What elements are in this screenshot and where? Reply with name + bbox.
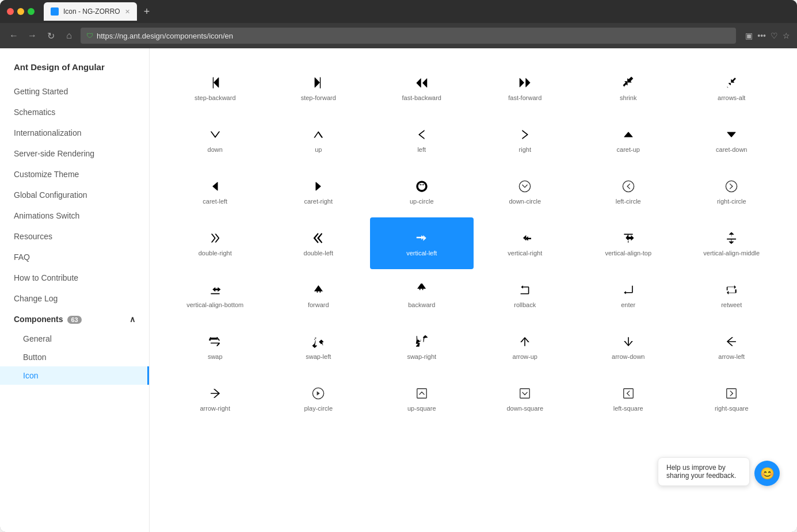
minimize-window-button[interactable] [17, 8, 24, 15]
tab-close-button[interactable]: ✕ [125, 8, 130, 16]
back-button[interactable]: ← [7, 30, 21, 41]
sidebar-sub-icon[interactable]: Icon [0, 366, 149, 385]
icon-cell-swap-left[interactable]: swap-left [267, 321, 371, 373]
icon-label-rollback: rollback [514, 301, 536, 309]
sidebar-item-ssr[interactable]: Server-side Rendering [0, 143, 149, 164]
icon-cell-step-backward[interactable]: step-backward [163, 62, 267, 114]
icon-label-right: right [519, 146, 531, 154]
icon-label-vertical-align-top: vertical-align-top [605, 249, 651, 257]
icon-cell-caret-down[interactable]: caret-down [680, 114, 784, 166]
url-bar[interactable]: 🛡 https://ng.ant.design/components/icon/… [81, 28, 736, 44]
sidebar-item-customize-theme[interactable]: Customize Theme [0, 164, 149, 185]
icon-cell-right[interactable]: right [474, 114, 577, 166]
sidebar-item-getting-started[interactable]: Getting Started [0, 81, 149, 102]
icon-cell-caret-right[interactable]: caret-right [267, 166, 371, 217]
icon-label-down-circle: down-circle [509, 197, 541, 205]
icon-cell-up-circle[interactable]: up-circle [370, 166, 474, 217]
up-circle-icon [415, 180, 428, 193]
fast-forward-icon [518, 76, 531, 89]
icon-cell-up-square[interactable]: up-square [370, 373, 474, 424]
sidebar-item-faq[interactable]: FAQ [0, 247, 149, 267]
icon-label-fast-forward: fast-forward [508, 94, 541, 102]
svg-rect-5 [520, 389, 530, 399]
icon-cell-double-left[interactable]: double-left [267, 217, 371, 269]
icon-label-vertical-right: vertical-right [508, 249, 542, 257]
backward-icon [415, 284, 428, 296]
close-window-button[interactable] [7, 8, 14, 15]
reader-view-icon[interactable]: ▣ [745, 31, 753, 40]
icon-cell-swap-right[interactable]: swap-right [370, 321, 474, 373]
icon-cell-left-circle[interactable]: left-circle [577, 166, 680, 217]
icon-cell-left-square[interactable]: left-square [577, 373, 680, 424]
icon-cell-vertical-left[interactable]: vertical-left [370, 217, 474, 269]
sidebar-item-contribute[interactable]: How to Contribute [0, 267, 149, 288]
icon-cell-arrows-alt[interactable]: arrows-alt [680, 62, 784, 114]
icon-cell-shrink[interactable]: shrink [577, 62, 680, 114]
icon-cell-play-circle[interactable]: play-circle [267, 373, 371, 424]
icon-cell-right-square[interactable]: right-square [680, 373, 784, 424]
icon-label-double-left: double-left [304, 249, 333, 257]
icon-label-vertical-left: vertical-left [406, 249, 437, 257]
icon-label-right-circle: right-circle [717, 197, 746, 205]
title-bar: Icon - NG-ZORRO ✕ + [0, 0, 797, 23]
svg-point-1 [623, 181, 634, 192]
rollback-icon [518, 284, 531, 296]
sidebar-sub-button[interactable]: Button [0, 348, 149, 366]
reload-button[interactable]: ↻ [44, 30, 58, 41]
icon-cell-forward[interactable]: forward [267, 269, 371, 321]
forward-button[interactable]: → [25, 30, 39, 41]
icon-cell-down[interactable]: down [163, 114, 267, 166]
sidebar-section-components[interactable]: Components 63 ∧ [0, 309, 149, 330]
icon-cell-arrow-up[interactable]: arrow-up [474, 321, 577, 373]
sidebar-item-internationalization[interactable]: Internationalization [0, 123, 149, 143]
icon-label-left-square: left-square [613, 404, 643, 412]
icon-cell-backward[interactable]: backward [370, 269, 474, 321]
icon-cell-vertical-align-middle[interactable]: vertical-align-middle [680, 217, 784, 269]
icon-cell-enter[interactable]: enter [577, 269, 680, 321]
icon-cell-right-circle[interactable]: right-circle [680, 166, 784, 217]
more-tools-icon[interactable]: ••• [757, 31, 766, 40]
icon-cell-retweet[interactable]: retweet [680, 269, 784, 321]
icon-label-swap-right: swap-right [407, 353, 436, 361]
double-right-icon [209, 232, 222, 244]
sidebar-item-animations[interactable]: Animations Switch [0, 205, 149, 226]
icon-cell-vertical-right[interactable]: vertical-right [474, 217, 577, 269]
bookmark-icon[interactable]: ♡ [771, 31, 778, 40]
sidebar-item-schematics[interactable]: Schematics [0, 102, 149, 123]
icon-cell-rollback[interactable]: rollback [474, 269, 577, 321]
feedback-button[interactable]: 😊 [754, 461, 780, 486]
icon-cell-down-circle[interactable]: down-circle [474, 166, 577, 217]
icon-cell-arrow-down[interactable]: arrow-down [577, 321, 680, 373]
icon-cell-arrow-left[interactable]: arrow-left [680, 321, 784, 373]
caret-down-icon [725, 128, 738, 141]
icon-cell-fast-backward[interactable]: fast-backward [370, 62, 474, 114]
browser-tab[interactable]: Icon - NG-ZORRO ✕ [44, 2, 137, 21]
icon-cell-up[interactable]: up [267, 114, 371, 166]
icon-cell-down-square[interactable]: down-square [474, 373, 577, 424]
icon-cell-caret-left[interactable]: caret-left [163, 166, 267, 217]
sidebar-item-changelog[interactable]: Change Log [0, 288, 149, 309]
new-tab-button[interactable]: + [144, 6, 150, 18]
fast-backward-icon [415, 76, 428, 89]
icon-cell-arrow-right[interactable]: arrow-right [163, 373, 267, 424]
arrow-up-icon [518, 335, 531, 348]
icon-cell-caret-up[interactable]: caret-up [577, 114, 680, 166]
icon-cell-left[interactable]: left [370, 114, 474, 166]
icon-cell-vertical-align-top[interactable]: vertical-align-top [577, 217, 680, 269]
sidebar-item-global-config[interactable]: Global Configuration [0, 185, 149, 205]
retweet-icon [725, 284, 738, 296]
icon-cell-double-right[interactable]: double-right [163, 217, 267, 269]
icon-label-arrow-down: arrow-down [612, 353, 645, 361]
icon-cell-fast-forward[interactable]: fast-forward [474, 62, 577, 114]
icon-cell-swap[interactable]: swap [163, 321, 267, 373]
sidebar-item-resources[interactable]: Resources [0, 226, 149, 247]
sidebar-sub-general[interactable]: General [0, 330, 149, 348]
icon-label-forward: forward [308, 301, 329, 309]
home-button[interactable]: ⌂ [62, 30, 76, 41]
bookmark-star-icon[interactable]: ☆ [783, 31, 790, 40]
icon-cell-step-forward[interactable]: step-forward [267, 62, 371, 114]
maximize-window-button[interactable] [28, 8, 35, 15]
icon-label-backward: backward [408, 301, 435, 309]
caret-up-icon [622, 128, 635, 141]
icon-cell-vertical-align-bottom[interactable]: vertical-align-bottom [163, 269, 267, 321]
